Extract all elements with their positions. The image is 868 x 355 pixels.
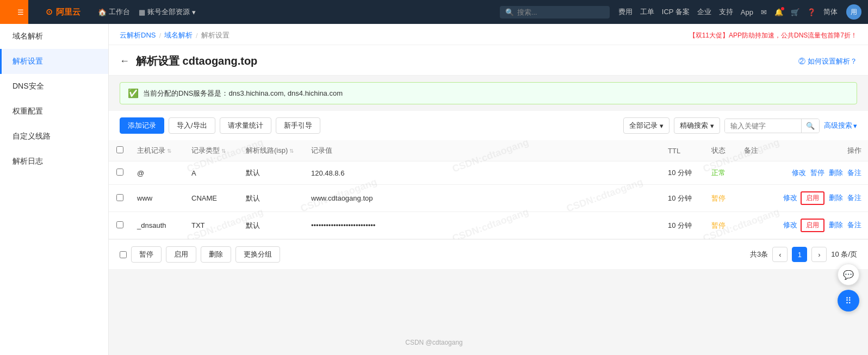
edit-link[interactable]: 修改: [783, 194, 797, 202]
avatar[interactable]: 用: [846, 4, 861, 20]
pagination: 共3条 ‹ 1 › 10 条/页: [750, 247, 857, 262]
nav-account-resources[interactable]: ▦ 账号全部资源 ▾: [139, 7, 196, 17]
status-cell: 正常: [705, 161, 737, 185]
filter-all-select[interactable]: 全部记录 ▾: [623, 117, 669, 134]
delete-link[interactable]: 删除: [829, 194, 843, 202]
breadcrumb-dns[interactable]: 云解析DNS: [120, 30, 156, 40]
nav-search-box[interactable]: 🔍: [500, 6, 610, 18]
chevron-down-icon: ▾: [710, 122, 714, 130]
logo-icon: ⊙: [46, 7, 53, 17]
row-checkbox[interactable]: [116, 169, 123, 176]
batch-pause-button[interactable]: 暂停: [131, 246, 162, 263]
col-ops: 操作: [770, 140, 868, 161]
edit-link[interactable]: 修改: [783, 221, 797, 229]
row-checkbox[interactable]: [116, 221, 123, 228]
batch-select-checkbox[interactable]: [120, 251, 127, 258]
status-cell: 暂停: [705, 212, 737, 239]
sort-icon[interactable]: ⇅: [221, 148, 226, 154]
help-icon[interactable]: ❓: [807, 8, 816, 16]
sort-icon[interactable]: ⇅: [167, 148, 171, 154]
enable-button[interactable]: 启用: [801, 219, 824, 232]
ops-cell: 修改启用删除备注: [770, 185, 868, 212]
chat-button[interactable]: 💬: [838, 264, 859, 285]
col-remark: 备注: [737, 140, 770, 161]
records-table-container: CSDN:cdtaogang CSDN:cdtaogang CSDN:cdtao…: [109, 140, 868, 239]
precision-search-select[interactable]: 精确搜索 ▾: [674, 117, 720, 134]
request-stats-button[interactable]: 请求量统计: [220, 117, 271, 134]
row-checkbox[interactable]: [116, 194, 123, 201]
edit-link[interactable]: 修改: [792, 169, 806, 177]
beginner-guide-button[interactable]: 新手引导: [276, 117, 320, 134]
select-all-checkbox[interactable]: [116, 146, 123, 153]
batch-group-button[interactable]: 更换分组: [235, 246, 280, 263]
help-float-button[interactable]: ⠿: [838, 290, 859, 312]
page-1-button[interactable]: 1: [792, 247, 807, 262]
back-button[interactable]: ←: [120, 55, 129, 67]
col-status: 状态: [705, 140, 737, 161]
keyword-search-box[interactable]: 🔍: [724, 119, 820, 133]
delete-link[interactable]: 删除: [829, 169, 843, 177]
advanced-search-button[interactable]: 高级搜索 ▾: [824, 121, 857, 130]
remark-link[interactable]: 备注: [847, 194, 861, 202]
sidebar-item-resolve-log[interactable]: 解析日志: [0, 149, 108, 174]
nav-actions: 费用 工单 ICP 备案 企业 支持 App ✉ 🔔 🛒 ❓ 简体: [618, 7, 838, 17]
nav-support[interactable]: 支持: [719, 7, 733, 17]
prev-page-button[interactable]: ‹: [772, 247, 788, 262]
mail-icon[interactable]: ✉: [761, 8, 767, 16]
breadcrumb-sep-1: /: [159, 32, 161, 40]
search-keyword-input[interactable]: [725, 119, 801, 133]
main-content: 云解析DNS / 域名解析 / 解析设置 【双11大促】APP防劫持加速，公共D…: [109, 24, 868, 355]
sidebar-item-domain-resolve[interactable]: 域名解析: [0, 24, 108, 49]
sidebar-item-custom-line[interactable]: 自定义线路: [0, 124, 108, 149]
next-page-button[interactable]: ›: [811, 247, 827, 262]
float-buttons: 💬 ⠿: [838, 264, 859, 312]
host-cell: @: [131, 161, 185, 185]
sidebar-item-dns-security[interactable]: DNS安全: [0, 74, 108, 99]
breadcrumb-domain[interactable]: 域名解析: [164, 30, 193, 40]
remark-link[interactable]: 备注: [847, 221, 861, 229]
nav-icp[interactable]: ICP 备案: [662, 7, 690, 17]
hamburger-menu[interactable]: ☰: [7, 8, 35, 16]
logo[interactable]: ⊙ 阿里云: [37, 7, 89, 17]
sort-icon[interactable]: ⇅: [289, 148, 294, 154]
delete-link[interactable]: 删除: [829, 221, 843, 229]
ttl-cell: 10 分钟: [661, 161, 705, 185]
import-export-button[interactable]: 导入/导出: [169, 117, 215, 134]
value-cell: 120.48.8.6: [305, 161, 661, 185]
type-cell: CNAME: [185, 185, 239, 212]
breadcrumb-sep-2: /: [196, 32, 198, 40]
dns-notice-text: 当前分配的DNS服务器是：dns3.hichina.com, dns4.hich…: [143, 89, 343, 98]
search-input[interactable]: [517, 8, 604, 16]
per-page-count: 10 条/页: [831, 250, 857, 259]
pause-link[interactable]: 暂停: [810, 169, 824, 177]
ttl-cell: 10 分钟: [661, 185, 705, 212]
nav-fees[interactable]: 费用: [618, 7, 633, 17]
nav-workbench[interactable]: 🏠 工作台: [98, 7, 130, 17]
value-cell: ••••••••••••••••••••••••••: [305, 212, 661, 239]
toolbar-right: 全部记录 ▾ 精确搜索 ▾ 🔍 高级搜索 ▾: [623, 117, 857, 134]
enable-button[interactable]: 启用: [801, 191, 824, 205]
nav-ticket[interactable]: 工单: [640, 7, 654, 17]
remark-link[interactable]: 备注: [847, 169, 861, 177]
main-layout: 域名解析 解析设置 DNS安全 权重配置 自定义线路 解析日志 云解析DNS /…: [0, 24, 868, 355]
language-switcher[interactable]: 简体: [823, 7, 838, 17]
search-icon[interactable]: 🔍: [801, 119, 819, 133]
breadcrumb-current: 解析设置: [201, 30, 230, 40]
value-cell: www.cdtaogang.top: [305, 185, 661, 212]
check-circle-icon: ✅: [128, 88, 139, 98]
help-link[interactable]: ② 如何设置解析？: [798, 57, 857, 66]
type-cell: A: [185, 161, 239, 185]
promo-banner[interactable]: 【双11大促】APP防劫持加速，公共DNS流量包首降7折！: [689, 31, 857, 40]
batch-delete-button[interactable]: 删除: [201, 246, 231, 263]
cart-icon[interactable]: 🛒: [791, 8, 799, 16]
nav-enterprise[interactable]: 企业: [697, 7, 711, 17]
bell-icon[interactable]: 🔔: [774, 8, 783, 16]
nav-app[interactable]: App: [741, 8, 753, 16]
toolbar: 添加记录 导入/导出 请求量统计 新手引导 全部记录 ▾ 精确搜索 ▾ 🔍 高: [109, 111, 868, 140]
sidebar-item-resolve-settings[interactable]: 解析设置: [0, 49, 108, 74]
host-cell: _dnsauth: [131, 212, 185, 239]
batch-enable-button[interactable]: 启用: [166, 246, 196, 263]
table-wrap: 主机记录 ⇅ 记录类型 ⇅: [109, 140, 868, 239]
sidebar-item-weight-config[interactable]: 权重配置: [0, 99, 108, 124]
add-record-button[interactable]: 添加记录: [120, 117, 164, 134]
